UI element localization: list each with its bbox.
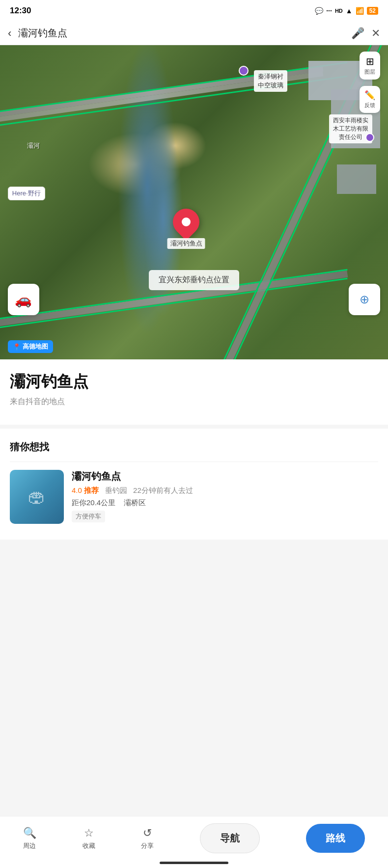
back-button[interactable]: ‹	[8, 27, 11, 40]
bottom-nav: 🔍 周边 ☆ 收藏 ↺ 分享 导航 路线	[0, 816, 388, 868]
layer-label: 图层	[364, 68, 375, 76]
status-time: 12:30	[10, 6, 31, 16]
route-button[interactable]: 路线	[306, 824, 365, 853]
collect-nav-item[interactable]: ☆ 收藏	[83, 827, 95, 850]
info-panel: 灞河钓鱼点 来自抖音的地点	[0, 359, 388, 425]
collect-label: 收藏	[83, 841, 95, 850]
distance-text: 距你20.4公里	[72, 498, 115, 507]
signal-icon: ▲	[346, 7, 353, 15]
status-bar: 12:30 💬 ··· HD ▲ 📶 52	[0, 0, 388, 22]
location-pin[interactable]: 灞河钓鱼点	[173, 209, 199, 235]
share-nav-item[interactable]: ↺ 分享	[141, 827, 154, 850]
close-icon[interactable]: ✕	[371, 27, 380, 40]
place-title: 灞河钓鱼点	[10, 371, 378, 393]
place-type: 垂钓园	[105, 486, 127, 494]
wechat-icon: 💬	[315, 7, 323, 15]
map-feedback-button[interactable]: ✏️ 反馈	[360, 86, 380, 113]
navigate-button[interactable]: 导航	[200, 823, 260, 853]
label-luhe-river: 灞河	[23, 139, 44, 152]
pin-label: 灞河钓鱼点	[167, 238, 205, 249]
share-label: 分享	[141, 841, 154, 850]
building-3	[337, 164, 376, 194]
fishing-pond-icon: 🏟	[28, 487, 46, 507]
poi-marker-qinze[interactable]	[239, 66, 249, 76]
location-tooltip: 宜兴东郊垂钓点位置	[149, 270, 239, 290]
drive-mode-button[interactable]: 🚗	[8, 284, 39, 315]
search-bar: ‹ 灞河钓鱼点 🎤 ✕	[0, 22, 388, 45]
place-source: 来自抖音的地点	[10, 397, 378, 407]
suggestion-info: 灞河钓鱼点 4.0 推荐 垂钓园 22分钟前有人去过 距你20.4公里 灞桥区 …	[72, 470, 378, 522]
battery-icon: 52	[367, 7, 378, 15]
layers-icon: ⊞	[366, 55, 374, 67]
suggestion-tag: 方便停车	[72, 511, 105, 522]
car-icon: 🚗	[15, 292, 32, 308]
last-visit-time: 22分钟前有人去过	[133, 486, 193, 494]
my-location-button[interactable]: ⊕	[349, 284, 380, 315]
search-input[interactable]: 灞河钓鱼点	[18, 27, 344, 40]
label-qinze-steel: 秦泽钢衬 中空玻璃	[254, 70, 287, 92]
suggestion-rating: 4.0 推荐 垂钓园 22分钟前有人去过	[72, 486, 378, 495]
status-icons: 💬 ··· HD ▲ 📶 52	[315, 7, 378, 15]
nearby-label: 周边	[23, 841, 36, 850]
wifi-icon: 📶	[356, 7, 364, 15]
map-layer-button[interactable]: ⊞ 图层	[360, 52, 380, 80]
suggestion-name: 灞河钓鱼点	[72, 470, 378, 483]
search-nearby-icon: 🔍	[23, 827, 36, 840]
microphone-icon[interactable]: 🎤	[351, 27, 364, 40]
suggestion-card[interactable]: 🏟 灞河钓鱼点 4.0 推荐 垂钓园 22分钟前有人去过 距你20.4公里 灞桥…	[10, 461, 378, 532]
home-indicator	[160, 862, 228, 864]
nearby-nav-item[interactable]: 🔍 周边	[23, 827, 36, 850]
hd-icon: HD	[335, 8, 343, 14]
area-text: 灞桥区	[124, 498, 146, 507]
divider-1	[0, 425, 388, 429]
guess-section: 猜你想找 🏟 灞河钓鱼点 4.0 推荐 垂钓园 22分钟前有人去过 距你20.4…	[0, 429, 388, 540]
guess-section-title: 猜你想找	[10, 440, 378, 454]
feedback-label: 反馈	[364, 102, 375, 109]
feedback-icon: ✏️	[364, 90, 375, 101]
map-area[interactable]: 秦泽钢衬 中空玻璃 西安丰雨楼实 木工艺坊有限 责任公司 Here·野行 灞河 …	[0, 45, 388, 359]
gaode-nav-icon: 📍	[13, 343, 21, 351]
label-here-hiking: Here·野行	[8, 187, 45, 200]
more-icon: ···	[326, 7, 332, 15]
star-icon: ☆	[84, 827, 94, 840]
rating-score: 4.0	[72, 486, 82, 494]
bottom-spacer	[0, 540, 388, 598]
gaode-logo: 📍 高德地图	[8, 340, 53, 353]
rating-recommend: 推荐	[84, 486, 99, 494]
suggestion-distance: 距你20.4公里 灞桥区	[72, 498, 378, 508]
crosshair-icon: ⊕	[360, 293, 369, 306]
suggestion-image: 🏟	[10, 470, 64, 524]
gaode-logo-text: 高德地图	[23, 342, 48, 351]
share-icon: ↺	[143, 827, 152, 840]
